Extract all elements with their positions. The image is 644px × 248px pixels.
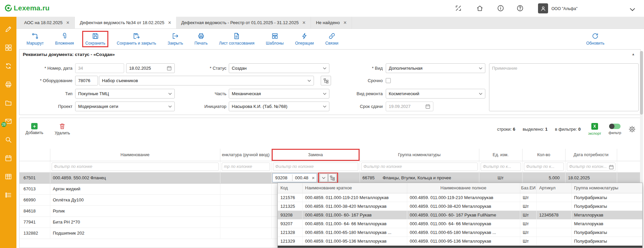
cell-nomenclature[interactable]: [220, 228, 271, 239]
delete-row-button[interactable]: Удалить: [55, 123, 70, 135]
column-header-name[interactable]: Наименование: [50, 149, 220, 161]
popup-partial-row[interactable]: [278, 246, 642, 248]
popup-cell-full-name[interactable]: 000.4859. 011.000- 60- 167 Рукав FullNam…: [407, 210, 520, 219]
sidebar-item-search[interactable]: [5, 136, 12, 143]
clear-icon[interactable]: ×: [311, 175, 317, 181]
sidebar-item-grid[interactable]: [5, 173, 12, 180]
cell-nomenclature[interactable]: [220, 183, 271, 194]
popup-row-selected[interactable]: 93208 000.4859. 011.000- 60- 167 Рукав 0…: [278, 210, 643, 219]
popup-cell-code[interactable]: 93208: [278, 210, 302, 219]
tab-close-icon[interactable]: ×: [343, 20, 346, 25]
filter-input-replacement[interactable]: [273, 163, 358, 171]
account-chevron-icon[interactable]: [630, 7, 635, 12]
refresh-button[interactable]: Обновить: [586, 33, 604, 46]
sidebar-item-edit[interactable]: [5, 25, 12, 33]
cell-nomenclature[interactable]: [220, 205, 271, 216]
date-input[interactable]: 18.02.2025: [126, 63, 175, 73]
user-avatar[interactable]: [538, 3, 548, 13]
links-button[interactable]: Связки: [325, 33, 338, 46]
column-header-nomenclature-manual[interactable]: енклатура (ручной ввод): [220, 149, 271, 161]
sidebar-item-mail[interactable]: 28: [5, 118, 12, 125]
popup-cell-group[interactable]: Металлорукав: [571, 219, 643, 228]
cell-id[interactable]: 132882: [19, 228, 50, 239]
editor-code-input[interactable]: 93208: [273, 175, 292, 180]
close-button[interactable]: Закрыть: [167, 33, 183, 46]
popup-column-code[interactable]: Код: [278, 183, 302, 193]
filter-toggle[interactable]: [609, 124, 621, 129]
popup-cell-full-name[interactable]: 000.4859. 011.000-119-210 Металлорукав: [407, 193, 520, 202]
help-icon[interactable]: [517, 5, 524, 13]
popup-cell-code[interactable]: 93207: [278, 219, 302, 228]
project-select[interactable]: Модернизация сети: [75, 102, 175, 111]
scrollbar-thumb[interactable]: [640, 51, 643, 115]
home-icon[interactable]: [476, 5, 483, 13]
column-header-need-date[interactable]: Дата потребности: [565, 149, 617, 161]
popup-row[interactable]: 121328 000.4859. 011.000-65-180 Металлор…: [278, 228, 643, 237]
popup-cell-code[interactable]: 121325: [278, 202, 302, 210]
popup-cell-base-unit[interactable]: Шт: [520, 210, 536, 219]
sidebar-item-sync[interactable]: [5, 62, 12, 70]
lexema-logo[interactable]: Lexema.ru: [4, 4, 50, 12]
editor-dropdown-button[interactable]: [320, 174, 328, 182]
popup-cell-article[interactable]: [536, 237, 571, 245]
popup-cell-code[interactable]: 121576: [278, 193, 302, 202]
popup-cell-group[interactable]: Полуфабрикаты: [571, 228, 643, 237]
tab-close-icon[interactable]: ×: [303, 20, 306, 25]
popup-row[interactable]: 121329 000.4859. 011.000-95-136 Металлор…: [278, 237, 643, 245]
popup-cell-article[interactable]: [536, 202, 571, 210]
templates-button[interactable]: Шаблоны: [266, 33, 284, 46]
print-button[interactable]: Печать: [195, 33, 208, 46]
tab-defect-registry[interactable]: Дефектная ведомость - Реестр от 01.01.20…: [176, 17, 311, 28]
tab-aos[interactable]: АОС на 18.02.2025×: [19, 17, 75, 28]
collapse-icon[interactable]: ▲: [632, 52, 635, 56]
popup-cell-base-unit[interactable]: Шт: [520, 202, 536, 210]
save-button[interactable]: Сохранить: [85, 33, 105, 46]
type-select[interactable]: Покупные ТМЦ: [75, 89, 175, 99]
cell-replacement[interactable]: 93208 000.48 ×: [271, 172, 360, 183]
cell-unit[interactable]: Шт: [479, 172, 522, 183]
popup-cell-group[interactable]: Металлорукав: [571, 210, 643, 219]
popup-cell-base-unit[interactable]: Шт: [520, 193, 536, 202]
filter-input-need-date[interactable]: [567, 163, 615, 171]
cell-nomenclature[interactable]: [220, 216, 271, 228]
cell-qty[interactable]: 5.000: [522, 172, 565, 183]
cell-id[interactable]: 66990: [19, 194, 50, 205]
table-row[interactable]: 67501 000.4859. 550.002 Фланец 93208 000…: [19, 172, 641, 183]
popup-cell-base-unit[interactable]: Шт: [520, 237, 536, 245]
filter-input-unit[interactable]: [481, 163, 521, 171]
deadline-input[interactable]: 19.09.2027: [386, 102, 433, 111]
save-and-close-button[interactable]: Сохранить и закрыть: [117, 33, 156, 46]
cell-id[interactable]: 84618: [19, 205, 50, 216]
attachments-button[interactable]: Вложения: [55, 33, 74, 46]
export-button[interactable]: Xэкспорт: [588, 123, 601, 135]
cell-id[interactable]: 67013: [19, 183, 50, 194]
popup-row[interactable]: 93207 000.4859. 011.000- 64- 66 Металлор…: [278, 219, 643, 228]
sidebar-item-print[interactable]: [5, 81, 12, 88]
route-button[interactable]: Маршрут: [26, 33, 44, 46]
repair-kind-select[interactable]: Косметический: [386, 89, 485, 99]
popup-column-base-unit[interactable]: Баз.ЕИ: [520, 183, 536, 193]
popup-cell-full-name[interactable]: 000.4859. 011.000- 64- 66 Металлорукав: [407, 219, 520, 228]
column-header-id[interactable]: [19, 149, 50, 161]
note-textarea[interactable]: [489, 63, 639, 111]
popup-cell-code[interactable]: 121329: [278, 237, 302, 245]
kind-select[interactable]: Дополнительная: [386, 63, 485, 73]
popup-cell-code[interactable]: 121328: [278, 228, 302, 237]
popup-cell-base-unit[interactable]: Шт: [520, 219, 536, 228]
settings-gear-icon[interactable]: [629, 126, 636, 133]
sidebar-item-tasks[interactable]: [5, 191, 12, 199]
cell-group[interactable]: 66785Фланцы, Втулки, Кольца и прочее: [360, 172, 479, 183]
cell-name[interactable]: Ролик: [50, 205, 220, 216]
cell-name[interactable]: Бита PH 2*70: [50, 216, 220, 228]
editor-text-input[interactable]: 000.48: [292, 175, 311, 180]
editor-tree-button[interactable]: [328, 174, 336, 182]
popup-cell-short-name[interactable]: 000.4859. 011.000-119-210 Металлорукав: [302, 193, 407, 202]
cell-nomenclature[interactable]: [220, 172, 271, 183]
urgent-checkbox[interactable]: [386, 78, 391, 83]
initiator-select[interactable]: Насырова К.И. (Таб. №768): [229, 102, 329, 111]
popup-column-group[interactable]: Группа номенклатуры: [571, 183, 643, 193]
sidebar-item-calendar[interactable]: [5, 154, 12, 162]
sidebar-item-modules[interactable]: [5, 44, 12, 51]
popup-row[interactable]: 121576 000.4859. 011.000-119-210 Металло…: [278, 193, 643, 202]
popup-cell-short-name[interactable]: 000.4859. 011.000-65-180 Металлорукав ..…: [302, 228, 407, 237]
